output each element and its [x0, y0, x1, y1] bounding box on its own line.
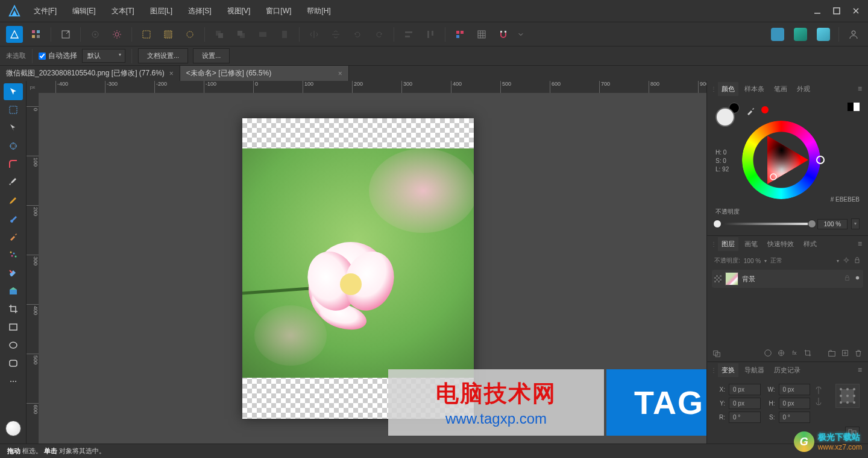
panel-menu-icon[interactable]: ≡	[855, 83, 864, 94]
recent-color-swatch[interactable]	[761, 106, 769, 113]
group-icon[interactable]	[827, 348, 837, 358]
arrange-icon-3[interactable]	[254, 26, 271, 43]
select-refine-icon[interactable]	[181, 26, 198, 43]
crop-tool-icon[interactable]	[4, 301, 23, 317]
maximize-button[interactable]	[827, 2, 846, 19]
lock-icon[interactable]	[854, 256, 861, 265]
persona-teal-icon[interactable]	[794, 28, 807, 41]
flip-h-icon[interactable]	[306, 26, 322, 43]
arrange-icon-4[interactable]	[276, 26, 293, 43]
artboard-tool-icon[interactable]	[4, 101, 23, 118]
close-icon[interactable]: ×	[338, 69, 342, 78]
fx-icon[interactable]	[776, 348, 786, 358]
fill-tool-icon[interactable]	[4, 282, 23, 299]
snap-grid-icon[interactable]	[473, 26, 490, 43]
persona-blue-icon[interactable]	[771, 28, 784, 41]
pencil-tool-icon[interactable]	[4, 192, 23, 209]
color-wheel[interactable]	[736, 115, 826, 207]
more-tools-icon[interactable]	[4, 373, 23, 390]
tab-navigator[interactable]: 导航器	[741, 363, 768, 377]
hex-readout[interactable]: # EBEBEB	[831, 196, 860, 203]
menu-text[interactable]: 文本[T]	[104, 2, 142, 20]
erase-tool-icon[interactable]	[4, 264, 23, 281]
tab-appearance[interactable]: 外观	[793, 82, 814, 96]
transform-y-field[interactable]: Y:0 px	[715, 398, 761, 409]
chevron-down-icon[interactable]: ▾	[837, 258, 839, 264]
menu-select[interactable]: 选择[S]	[181, 2, 219, 20]
visibility-icon[interactable]	[854, 275, 861, 283]
transform-s-field[interactable]: S:0 °	[766, 412, 811, 423]
persona-cyan-icon[interactable]	[817, 28, 830, 41]
layer-opacity-value[interactable]: 100 %	[744, 258, 761, 264]
contour-tool-icon[interactable]	[4, 138, 23, 154]
align-icon-2[interactable]	[422, 26, 439, 43]
opacity-input[interactable]: 100 %	[817, 219, 848, 229]
menu-layer[interactable]: 图层[L]	[143, 2, 180, 20]
tab-swatches[interactable]: 样本条	[741, 82, 768, 96]
rotate-cw-icon[interactable]	[371, 26, 388, 43]
panel-drag-handle[interactable]: ⋮⋮	[711, 86, 715, 92]
minimize-button[interactable]	[808, 2, 827, 19]
node-tool-icon[interactable]	[4, 119, 23, 136]
horizontal-ruler[interactable]: -400 -300 -200 -100 0 100 200 300 400 50…	[39, 81, 706, 93]
rounded-rect-tool-icon[interactable]	[4, 355, 23, 372]
crop-layer-icon[interactable]	[803, 348, 813, 358]
chevron-down-icon[interactable]: ▾	[764, 258, 767, 264]
menu-edit[interactable]: 编辑[E]	[65, 2, 103, 20]
document-tab[interactable]: <未命名> [已修改] (65.5%) ×	[180, 66, 349, 81]
select-all-icon[interactable]	[138, 26, 155, 43]
lock-icon[interactable]	[844, 275, 851, 283]
gear-icon[interactable]	[843, 256, 850, 265]
transform-align-icon[interactable]	[845, 427, 860, 437]
snap-pixel-icon[interactable]	[451, 26, 468, 43]
arrange-icon-2[interactable]	[233, 26, 250, 43]
eyedropper-tool-icon[interactable]	[4, 228, 23, 245]
brush-tool-icon[interactable]	[4, 210, 23, 227]
rectangle-tool-icon[interactable]	[4, 319, 23, 336]
panel-drag-handle[interactable]: ⋮⋮	[711, 241, 715, 247]
link-dimensions-icon[interactable]	[815, 384, 829, 409]
adjustment-icon[interactable]	[763, 348, 773, 358]
transform-r-field[interactable]: R:0 °	[715, 412, 761, 423]
mask-icon[interactable]	[712, 348, 722, 358]
menu-help[interactable]: 帮助[H]	[300, 2, 338, 20]
transform-w-field[interactable]: W:0 px	[766, 384, 811, 395]
document-settings-button[interactable]: 文档设置...	[138, 48, 188, 63]
artboard-tool-icon[interactable]	[57, 26, 74, 43]
document-canvas[interactable]	[242, 118, 474, 419]
tab-fx[interactable]: 快速特效	[764, 237, 797, 251]
tab-styles[interactable]: 样式	[800, 237, 820, 251]
settings-button[interactable]: 设置...	[193, 48, 230, 63]
tab-brushes[interactable]: 画笔	[741, 237, 761, 251]
foreground-color-swatch[interactable]	[5, 421, 21, 436]
vertical-ruler[interactable]: 0 100 200 300 400 500 600	[27, 93, 39, 444]
arrange-icon-1[interactable]	[211, 26, 228, 43]
add-layer-icon[interactable]	[840, 348, 850, 358]
flip-v-icon[interactable]	[327, 26, 344, 43]
tab-layers[interactable]: 图层	[718, 237, 738, 251]
close-icon[interactable]: ×	[169, 69, 174, 78]
account-icon[interactable]	[845, 26, 862, 43]
close-button[interactable]	[846, 2, 866, 19]
tab-history[interactable]: 历史记录	[770, 363, 804, 377]
rotate-ccw-icon[interactable]	[349, 26, 366, 43]
spray-tool-icon[interactable]	[4, 246, 23, 263]
blend-mode-dropdown[interactable]: 正常	[770, 256, 833, 265]
menu-file[interactable]: 文件[F]	[27, 2, 64, 20]
snap-magnet-icon[interactable]	[495, 26, 512, 43]
menu-window[interactable]: 窗口[W]	[259, 2, 298, 20]
fx-text-icon[interactable]: fx	[790, 348, 799, 358]
panel-drag-handle[interactable]: ⋮⋮	[711, 367, 715, 374]
gear-icon[interactable]	[108, 26, 125, 43]
layer-item[interactable]: 背景	[712, 270, 863, 288]
align-icon-1[interactable]	[400, 26, 417, 43]
tab-transform[interactable]: 变换	[718, 363, 738, 377]
ruler-origin[interactable]: px	[27, 81, 39, 93]
panel-menu-icon[interactable]: ≡	[855, 238, 864, 249]
transform-x-field[interactable]: X:0 px	[715, 384, 761, 395]
ellipse-tool-icon[interactable]	[4, 337, 23, 354]
opacity-slider[interactable]	[715, 223, 814, 225]
document-tab[interactable]: 微信截图_20230808105540.png [已修改] (77.6%) ×	[0, 66, 180, 81]
panel-menu-icon[interactable]: ≡	[855, 364, 864, 375]
pen-tool-icon[interactable]	[4, 174, 23, 191]
